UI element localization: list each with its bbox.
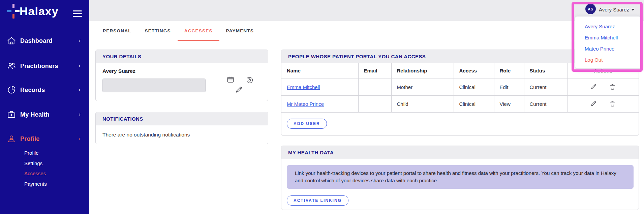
sidebar-item-practitioners[interactable]: Practitioners <box>0 60 89 72</box>
dropdown-item-avery-suarez[interactable]: Avery Suarez <box>585 21 641 32</box>
dropdown-item-mateo-prince[interactable]: Mateo Prince <box>585 43 641 54</box>
practitioners-icon <box>7 61 16 71</box>
user-dropdown-menu: Avery Suarez Emma Mitchell Mateo Prince … <box>575 16 641 69</box>
person-icon <box>7 134 16 144</box>
trash-icon <box>609 83 616 90</box>
chevron-left-icon <box>77 88 82 92</box>
email-cell <box>358 95 391 112</box>
col-access: Access <box>454 63 494 79</box>
tab-accesses[interactable]: ACCESSES <box>178 21 219 41</box>
edit-access-button[interactable] <box>590 100 597 108</box>
medical-bag-icon <box>7 110 16 119</box>
tab-personal[interactable]: PERSONAL <box>96 21 138 41</box>
table-row: Emma Mitchell Mother Clinical Edit Curre… <box>281 79 639 95</box>
access-cell: Clinical <box>454 79 494 95</box>
chevron-left-icon <box>77 112 82 117</box>
patient-link[interactable]: Mr Mateo Prince <box>287 101 324 107</box>
table-row: Mr Mateo Prince Child Clinical View Curr… <box>281 95 639 112</box>
health-data-info: Link your health-tracking devices to you… <box>287 165 634 189</box>
access-table: Name Email Relationship Access Role Stat… <box>281 63 639 113</box>
email-cell <box>358 79 391 95</box>
status-cell: Current <box>524 95 568 112</box>
user-full-name: Avery Suarez <box>102 68 135 74</box>
avatar[interactable]: AS <box>585 4 596 14</box>
lock-circle-icon <box>246 76 254 84</box>
edit-access-button[interactable] <box>590 83 597 91</box>
edit-details-button[interactable] <box>235 86 243 94</box>
sidebar-item-dashboard[interactable]: Dashboard <box>0 35 89 47</box>
sidebar-item-my-health[interactable]: My Health <box>0 109 89 120</box>
delete-access-button[interactable] <box>609 100 616 108</box>
my-health-data-panel: MY HEALTH DATA Link your health-tracking… <box>281 146 639 210</box>
dropdown-item-emma-mitchell[interactable]: Emma Mitchell <box>585 32 641 43</box>
notifications-panel: NOTIFICATIONS There are no outstanding n… <box>95 112 268 144</box>
sidebar-item-label: Profile <box>20 135 39 143</box>
home-icon <box>7 36 16 45</box>
role-cell: View <box>494 95 524 112</box>
relationship-cell: Child <box>391 95 454 112</box>
sidebar-item-label: Records <box>20 87 45 94</box>
chevron-left-icon <box>77 38 82 43</box>
panel-title: YOUR DETAILS <box>96 50 268 63</box>
patient-link[interactable]: Emma Mitchell <box>287 84 320 90</box>
records-pie-icon <box>7 85 16 95</box>
log-out-link[interactable]: Log Out <box>585 54 641 65</box>
col-relationship: Relationship <box>391 63 454 79</box>
status-cell: Current <box>524 79 568 95</box>
sidebar-subitem-accesses[interactable]: Accesses <box>24 171 46 177</box>
your-details-panel: YOUR DETAILS Avery Suarez <box>95 50 268 101</box>
chevron-left-icon <box>77 64 82 68</box>
panel-title: NOTIFICATIONS <box>96 112 268 125</box>
pencil-icon <box>590 100 597 107</box>
add-user-button[interactable]: ADD USER <box>287 119 327 129</box>
sidebar-item-records[interactable]: Records <box>0 84 89 96</box>
panel-title: MY HEALTH DATA <box>281 146 639 159</box>
chevron-left-icon <box>77 136 82 141</box>
sidebar-item-label: Practitioners <box>20 63 58 70</box>
col-name: Name <box>281 63 358 79</box>
logo-text: Halaxy <box>20 3 59 20</box>
sidebar-subitem-payments[interactable]: Payments <box>24 181 47 188</box>
pencil-icon <box>235 86 243 94</box>
sidebar-item-label: My Health <box>20 111 50 118</box>
details-field[interactable] <box>102 79 206 92</box>
trash-icon <box>609 100 616 107</box>
delete-access-button[interactable] <box>609 83 616 91</box>
tab-bar: PERSONAL SETTINGS ACCESSES PAYMENTS <box>89 21 644 41</box>
col-role: Role <box>494 63 524 79</box>
calendar-button[interactable] <box>226 75 235 84</box>
lock-history-button[interactable] <box>246 76 254 84</box>
halaxy-logo-icon <box>7 3 20 20</box>
halaxy-logo[interactable]: Halaxy <box>7 3 59 20</box>
activate-linking-button[interactable]: ACTIVATE LINKING <box>287 195 348 206</box>
tab-settings[interactable]: SETTINGS <box>138 21 178 41</box>
notifications-empty-message: There are no outstanding notifications <box>102 132 190 138</box>
sidebar-item-label: Dashboard <box>20 37 53 44</box>
top-bar <box>89 0 644 21</box>
sidebar-subitem-settings[interactable]: Settings <box>24 160 42 167</box>
sidebar: Halaxy Dashboard Practitioners Records M… <box>0 0 89 214</box>
tab-payments[interactable]: PAYMENTS <box>219 21 260 41</box>
chevron-down-icon[interactable] <box>631 9 635 11</box>
col-email: Email <box>358 63 391 79</box>
pencil-icon <box>590 83 597 90</box>
user-menu-name[interactable]: Avery Suarez <box>599 7 629 12</box>
menu-icon[interactable] <box>73 10 82 17</box>
sidebar-item-profile[interactable]: Profile <box>0 133 89 145</box>
access-cell: Clinical <box>454 95 494 112</box>
col-status: Status <box>524 63 568 79</box>
calendar-icon <box>226 75 235 84</box>
sidebar-subitem-profile[interactable]: Profile <box>24 150 39 157</box>
relationship-cell: Mother <box>391 79 454 95</box>
role-cell: Edit <box>494 79 524 95</box>
